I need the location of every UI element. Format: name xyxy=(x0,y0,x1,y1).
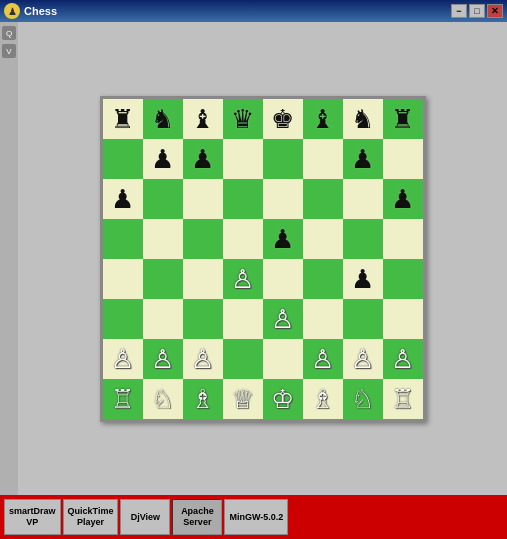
taskbar: smartDrawVP QuickTimePlayer DjView Apach… xyxy=(0,495,507,539)
cell-4-3[interactable]: ♙ xyxy=(223,259,263,299)
cell-5-6[interactable] xyxy=(343,299,383,339)
cell-3-7[interactable] xyxy=(383,219,423,259)
cell-5-2[interactable] xyxy=(183,299,223,339)
cell-7-4[interactable]: ♔ xyxy=(263,379,303,419)
cell-0-3[interactable]: ♛ xyxy=(223,99,263,139)
cell-6-5[interactable]: ♙ xyxy=(303,339,343,379)
cell-2-3[interactable] xyxy=(223,179,263,219)
cell-3-3[interactable] xyxy=(223,219,263,259)
window-title: Chess xyxy=(24,5,57,17)
cell-7-3[interactable]: ♕ xyxy=(223,379,263,419)
cell-6-2[interactable]: ♙ xyxy=(183,339,223,379)
cell-0-4[interactable]: ♚ xyxy=(263,99,303,139)
cell-4-5[interactable] xyxy=(303,259,343,299)
chess-board: ♜♞♝♛♚♝♞♜♟♟♟♟♟♟♙♟♙♙♙♙♙♙♙♖♘♗♕♔♗♘♖ xyxy=(103,99,423,419)
cell-0-1[interactable]: ♞ xyxy=(143,99,183,139)
cell-4-4[interactable] xyxy=(263,259,303,299)
cell-3-4[interactable]: ♟ xyxy=(263,219,303,259)
app-icon: ♟ xyxy=(4,3,20,19)
sidebar-icon-1[interactable]: Q xyxy=(2,26,16,40)
maximize-button[interactable]: □ xyxy=(469,4,485,18)
window-controls: − □ ✕ xyxy=(451,4,503,18)
cell-7-5[interactable]: ♗ xyxy=(303,379,343,419)
sidebar: Q V xyxy=(0,22,18,495)
cell-0-2[interactable]: ♝ xyxy=(183,99,223,139)
cell-5-7[interactable] xyxy=(383,299,423,339)
cell-5-4[interactable]: ♙ xyxy=(263,299,303,339)
close-button[interactable]: ✕ xyxy=(487,4,503,18)
cell-0-6[interactable]: ♞ xyxy=(343,99,383,139)
cell-1-2[interactable]: ♟ xyxy=(183,139,223,179)
cell-2-6[interactable] xyxy=(343,179,383,219)
cell-2-4[interactable] xyxy=(263,179,303,219)
cell-4-1[interactable] xyxy=(143,259,183,299)
cell-4-6[interactable]: ♟ xyxy=(343,259,383,299)
chess-board-container: ♜♞♝♛♚♝♞♜♟♟♟♟♟♟♙♟♙♙♙♙♙♙♙♖♘♗♕♔♗♘♖ xyxy=(100,96,426,422)
cell-2-2[interactable] xyxy=(183,179,223,219)
title-bar-left: ♟ Chess xyxy=(4,3,57,19)
main-area: Q V ♜♞♝♛♚♝♞♜♟♟♟♟♟♟♙♟♙♙♙♙♙♙♙♖♘♗♕♔♗♘♖ xyxy=(0,22,507,495)
cell-2-7[interactable]: ♟ xyxy=(383,179,423,219)
cell-7-7[interactable]: ♖ xyxy=(383,379,423,419)
taskbar-item-mingw[interactable]: MinGW-5.0.2 xyxy=(224,499,288,535)
cell-1-4[interactable] xyxy=(263,139,303,179)
cell-0-0[interactable]: ♜ xyxy=(103,99,143,139)
cell-1-3[interactable] xyxy=(223,139,263,179)
chess-content: ♜♞♝♛♚♝♞♜♟♟♟♟♟♟♙♟♙♙♙♙♙♙♙♖♘♗♕♔♗♘♖ xyxy=(18,22,507,495)
cell-3-6[interactable] xyxy=(343,219,383,259)
cell-7-0[interactable]: ♖ xyxy=(103,379,143,419)
cell-1-7[interactable] xyxy=(383,139,423,179)
cell-2-0[interactable]: ♟ xyxy=(103,179,143,219)
cell-6-0[interactable]: ♙ xyxy=(103,339,143,379)
taskbar-item-smartdraw[interactable]: smartDrawVP xyxy=(4,499,61,535)
cell-6-6[interactable]: ♙ xyxy=(343,339,383,379)
cell-1-5[interactable] xyxy=(303,139,343,179)
cell-5-1[interactable] xyxy=(143,299,183,339)
sidebar-icon-2[interactable]: V xyxy=(2,44,16,58)
cell-0-5[interactable]: ♝ xyxy=(303,99,343,139)
cell-5-0[interactable] xyxy=(103,299,143,339)
cell-6-7[interactable]: ♙ xyxy=(383,339,423,379)
cell-6-1[interactable]: ♙ xyxy=(143,339,183,379)
cell-3-2[interactable] xyxy=(183,219,223,259)
cell-4-2[interactable] xyxy=(183,259,223,299)
cell-7-6[interactable]: ♘ xyxy=(343,379,383,419)
cell-1-0[interactable] xyxy=(103,139,143,179)
cell-2-5[interactable] xyxy=(303,179,343,219)
cell-6-3[interactable] xyxy=(223,339,263,379)
app-window: ♟ Chess − □ ✕ Q V ♜♞♝♛♚♝♞♜♟♟♟♟♟♟♙♟♙♙♙♙♙♙… xyxy=(0,0,507,539)
cell-0-7[interactable]: ♜ xyxy=(383,99,423,139)
cell-3-1[interactable] xyxy=(143,219,183,259)
cell-7-2[interactable]: ♗ xyxy=(183,379,223,419)
cell-5-5[interactable] xyxy=(303,299,343,339)
cell-3-0[interactable] xyxy=(103,219,143,259)
taskbar-item-quicktime[interactable]: QuickTimePlayer xyxy=(63,499,119,535)
cell-3-5[interactable] xyxy=(303,219,343,259)
taskbar-item-apache[interactable]: ApacheServer xyxy=(172,499,222,535)
taskbar-item-djview[interactable]: DjView xyxy=(120,499,170,535)
cell-2-1[interactable] xyxy=(143,179,183,219)
cell-4-7[interactable] xyxy=(383,259,423,299)
cell-5-3[interactable] xyxy=(223,299,263,339)
cell-1-1[interactable]: ♟ xyxy=(143,139,183,179)
cell-6-4[interactable] xyxy=(263,339,303,379)
cell-4-0[interactable] xyxy=(103,259,143,299)
cell-1-6[interactable]: ♟ xyxy=(343,139,383,179)
minimize-button[interactable]: − xyxy=(451,4,467,18)
cell-7-1[interactable]: ♘ xyxy=(143,379,183,419)
title-bar: ♟ Chess − □ ✕ xyxy=(0,0,507,22)
